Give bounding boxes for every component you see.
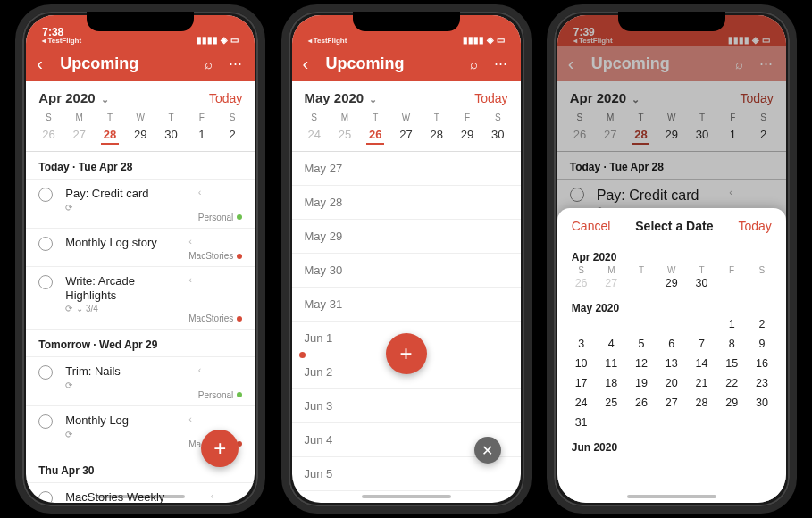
picker-date-cell[interactable]: 16 — [747, 357, 777, 370]
picker-date-cell[interactable]: 25 — [596, 397, 626, 409]
task-row[interactable]: Trim: Nails⟳‹Personal — [26, 357, 255, 406]
task-row[interactable]: MacStories Weekly⟳⌄ 0/2‹MacS — [26, 483, 255, 503]
close-button[interactable]: ✕ — [474, 437, 501, 464]
picker-date-cell[interactable]: 9 — [747, 338, 777, 350]
date-cell[interactable]: 30 — [155, 125, 186, 144]
recurring-icon: ⟳ — [65, 380, 72, 390]
day-row[interactable]: May 27 — [292, 152, 521, 186]
picker-date-cell[interactable]: 29 — [657, 277, 687, 289]
picker-date-cell[interactable]: 24 — [566, 397, 597, 409]
task-row[interactable]: Monthly Log story‹MacStories — [26, 229, 255, 268]
weekday-label: S — [482, 113, 513, 122]
date-cell[interactable]: 28 — [95, 125, 125, 144]
picker-date-cell[interactable]: 1 — [716, 318, 747, 330]
date-cell[interactable]: 29 — [125, 125, 155, 144]
picker-date-cell[interactable]: 20 — [657, 377, 687, 389]
date-picker-body[interactable]: Apr 2020SMTWTFS2627282930May 20201234567… — [557, 244, 786, 455]
date-cell[interactable]: 27 — [390, 125, 421, 144]
cancel-button[interactable]: Cancel — [572, 219, 611, 233]
day-row[interactable]: May 31 — [292, 288, 521, 322]
task-caret-icon[interactable]: ‹ — [211, 490, 243, 501]
task-checkbox[interactable] — [38, 188, 53, 202]
weekday-label: F — [187, 113, 217, 122]
picker-date-cell[interactable]: 30 — [747, 397, 777, 409]
picker-date-cell[interactable]: 26 — [566, 277, 597, 289]
today-button[interactable]: Today — [209, 91, 242, 105]
picker-date-cell[interactable]: 7 — [687, 338, 717, 350]
day-row[interactable]: Jun 3 — [292, 389, 521, 423]
task-caret-icon[interactable]: ‹ — [198, 187, 242, 197]
date-cell[interactable]: 26 — [360, 125, 390, 144]
picker-date-cell[interactable]: 5 — [626, 338, 657, 350]
date-cell[interactable]: 2 — [217, 125, 247, 144]
status-testflight[interactable]: TestFlight — [42, 38, 81, 45]
picker-date-cell[interactable]: 23 — [747, 377, 777, 389]
task-checkbox[interactable] — [38, 491, 53, 503]
picker-date-cell[interactable]: 27 — [657, 397, 687, 409]
task-caret-icon[interactable]: ‹ — [188, 236, 242, 246]
date-cell[interactable]: 27 — [64, 125, 95, 144]
month-selector[interactable]: May 2020⌄ Today — [292, 81, 521, 109]
picker-date-cell[interactable]: 22 — [716, 377, 747, 389]
date-cell[interactable]: 29 — [452, 125, 482, 144]
task-caret-icon[interactable]: ‹ — [188, 414, 242, 424]
task-title: Pay: Credit card — [65, 187, 191, 201]
picker-date-cell[interactable]: 8 — [716, 338, 747, 350]
day-row[interactable]: May 30 — [292, 254, 521, 288]
more-icon[interactable]: ⋯ — [492, 55, 510, 71]
task-caret-icon[interactable]: ‹ — [188, 274, 242, 285]
task-checkbox[interactable] — [38, 275, 53, 289]
picker-date-cell[interactable]: 18 — [596, 377, 626, 389]
picker-date-cell[interactable]: 11 — [596, 357, 626, 370]
date-cell[interactable]: 26 — [33, 125, 63, 144]
date-cell[interactable]: 1 — [187, 125, 217, 144]
picker-date-cell[interactable]: 27 — [596, 277, 626, 289]
more-icon[interactable]: ⋯ — [226, 55, 244, 71]
picker-date-cell[interactable]: 6 — [657, 338, 687, 350]
picker-date-cell[interactable]: 17 — [566, 377, 597, 389]
date-strip[interactable]: 262728293012 — [26, 122, 255, 152]
picker-date-cell[interactable]: 31 — [566, 416, 597, 429]
back-chevron-icon[interactable]: ‹ — [37, 54, 51, 72]
phone-3: 7:39 TestFlight ▮▮▮▮ ◈ ▭ ‹ Upcoming ⌕ ⋯ … — [547, 4, 797, 514]
picker-date-cell[interactable]: 19 — [626, 377, 657, 389]
date-cell[interactable]: 25 — [330, 125, 360, 144]
month-selector[interactable]: Apr 2020⌄ Today — [26, 81, 255, 109]
add-task-fab[interactable]: + — [201, 430, 239, 467]
today-button[interactable]: Today — [738, 219, 771, 233]
picker-date-cell[interactable]: 14 — [687, 357, 717, 370]
picker-date-cell[interactable]: 2 — [747, 318, 777, 330]
search-icon[interactable]: ⌕ — [199, 56, 217, 71]
picker-date-cell[interactable]: 29 — [716, 397, 747, 409]
task-checkbox[interactable] — [38, 365, 53, 380]
search-icon[interactable]: ⌕ — [465, 56, 483, 71]
day-row[interactable]: May 28 — [292, 186, 521, 220]
picker-date-cell[interactable]: 26 — [626, 397, 657, 409]
date-cell[interactable]: 28 — [422, 125, 452, 144]
picker-date-cell[interactable]: 10 — [566, 357, 597, 370]
task-caret-icon[interactable]: ‹ — [198, 364, 242, 375]
date-cell[interactable]: 24 — [299, 125, 330, 144]
date-cell[interactable]: 30 — [482, 125, 513, 144]
add-task-fab[interactable]: + — [386, 333, 427, 374]
picker-date-cell[interactable]: 28 — [626, 277, 657, 289]
mini-month-label: Jun 2020 — [557, 434, 786, 455]
task-row[interactable]: Write: Arcade Highlights⟳⌄ 3/4‹MacStorie… — [26, 267, 255, 330]
day-row[interactable]: May 29 — [292, 220, 521, 254]
task-checkbox[interactable] — [38, 237, 53, 251]
picker-date-cell[interactable]: 3 — [566, 338, 597, 350]
today-button[interactable]: Today — [474, 91, 507, 105]
picker-date-cell[interactable]: 30 — [687, 277, 717, 289]
picker-date-cell[interactable]: 15 — [716, 357, 747, 370]
picker-date-cell[interactable]: 28 — [687, 397, 717, 409]
task-checkbox[interactable] — [38, 414, 53, 429]
task-tag: Personal — [198, 213, 233, 222]
date-strip[interactable]: 24252627282930 — [292, 122, 521, 152]
picker-date-cell[interactable]: 12 — [626, 357, 657, 370]
task-row[interactable]: Pay: Credit card⟳‹Personal — [26, 180, 255, 229]
picker-date-cell[interactable]: 4 — [596, 338, 626, 350]
back-chevron-icon[interactable]: ‹ — [303, 54, 317, 72]
status-testflight[interactable]: TestFlight — [308, 38, 347, 45]
picker-date-cell[interactable]: 13 — [657, 357, 687, 370]
picker-date-cell[interactable]: 21 — [687, 377, 717, 389]
